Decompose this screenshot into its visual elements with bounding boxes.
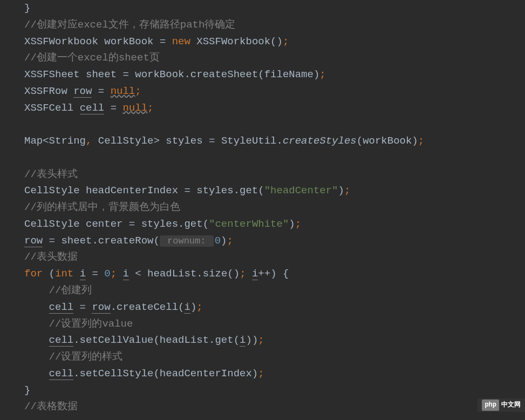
code-line: }	[24, 0, 525, 17]
php-logo: php	[482, 399, 499, 411]
empty-line	[24, 116, 525, 133]
code-line: for (int i = 0; i < headList.size(); i++…	[24, 266, 525, 282]
code-comment: //列的样式居中，背景颜色为白色	[24, 199, 525, 216]
code-line: XSSFRow row = null;	[24, 83, 525, 100]
parameter-hint: rownum:	[160, 235, 214, 247]
code-line: cell.setCellValue(headList.get(i));	[24, 332, 525, 349]
code-line: }	[24, 382, 525, 399]
code-line: CellStyle center = styles.get("centerWhi…	[24, 216, 525, 233]
code-comment: //创建一个excel的sheet页	[24, 50, 525, 66]
code-comment: //设置列的value	[24, 316, 525, 333]
badge-suffix: 中文网	[501, 400, 521, 410]
code-line: row = sheet.createRow( rownum: 0);	[24, 233, 525, 249]
code-comment: //表头数据	[24, 249, 525, 266]
code-line: cell = row.createCell(i);	[24, 299, 525, 316]
code-comment: //创建列	[24, 282, 525, 299]
code-line: Map<String, CellStyle> styles = StyleUti…	[24, 133, 525, 150]
code-comment: //表格数据	[24, 398, 525, 415]
code-comment: //设置列的样式	[24, 349, 525, 365]
code-line: cell.setCellStyle(headCenterIndex);	[24, 365, 525, 382]
code-line: CellStyle headCenterIndex = styles.get("…	[24, 182, 525, 199]
code-line: XSSFCell cell = null;	[24, 100, 525, 117]
code-line: XSSFSheet sheet = workBook.createSheet(f…	[24, 66, 525, 83]
code-line: XSSFWorkbook workBook = new XSSFWorkbook…	[24, 33, 525, 50]
code-comment: //创建对应excel文件，存储路径path待确定	[24, 17, 525, 33]
code-comment: //表头样式	[24, 166, 525, 183]
empty-line	[24, 150, 525, 166]
watermark-badge: php中文网	[478, 398, 525, 412]
